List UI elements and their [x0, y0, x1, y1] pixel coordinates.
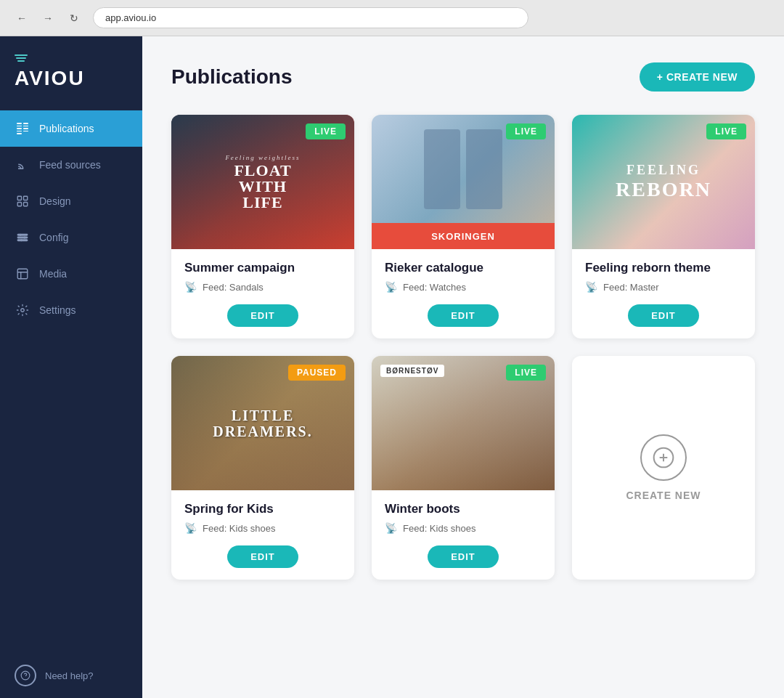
- sidebar: AVIOU Publications: [0, 36, 142, 698]
- address-bar[interactable]: app.aviou.io: [93, 7, 528, 28]
- reload-button[interactable]: ↻: [64, 8, 84, 28]
- pub-card-footer: EDIT: [171, 299, 354, 338]
- pub-card-footer: EDIT: [572, 299, 755, 338]
- pub-card-image-reborn: FEELING REBORN LIVE: [572, 115, 755, 249]
- page-title: Publications: [171, 65, 292, 89]
- pub-card-title: Winter boots: [385, 502, 542, 516]
- svg-rect-1: [17, 196, 21, 200]
- grid-icon: [15, 121, 30, 137]
- pub-card-title: Rieker catalogue: [385, 261, 542, 275]
- forward-button[interactable]: →: [38, 8, 58, 28]
- back-button[interactable]: ←: [12, 8, 32, 28]
- pub-card-title: Feeling reborn theme: [585, 261, 742, 275]
- create-new-button[interactable]: + CREATE NEW: [640, 62, 755, 92]
- sidebar-label-settings: Settings: [39, 304, 76, 316]
- sidebar-item-settings[interactable]: Settings: [0, 292, 142, 328]
- pub-card-title: Spring for Kids: [184, 502, 341, 516]
- sidebar-label-feed-sources: Feed sources: [39, 159, 101, 171]
- pub-card-image-kids: LITTLE DREAMERS. PAUSED: [171, 356, 354, 490]
- pub-card-footer: EDIT: [171, 540, 354, 580]
- pub-card-image-summer: Feeling weightless FLOAT WITH LIFE LIVE: [171, 115, 354, 249]
- pub-card-feed: 📡 Feed: Master: [585, 281, 742, 293]
- svg-point-8: [20, 234, 22, 236]
- config-icon: [15, 230, 30, 245]
- feed-label: Feed: Master: [603, 282, 659, 293]
- pub-card-body: Feeling reborn theme 📡 Feed: Master: [572, 249, 755, 299]
- app-container: AVIOU Publications: [0, 36, 784, 698]
- svg-rect-6: [17, 237, 28, 238]
- pub-card-feeling-reborn: FEELING REBORN LIVE Feeling reborn theme…: [572, 115, 755, 338]
- svg-point-9: [24, 237, 26, 239]
- svg-rect-2: [24, 196, 28, 200]
- pub-card-feed: 📡 Feed: Kids shoes: [184, 522, 341, 534]
- pub-card-image-rieker: SKORINGEN LIVE: [372, 115, 555, 249]
- sidebar-label-media: Media: [39, 268, 67, 280]
- feed-label: Feed: Sandals: [203, 282, 264, 293]
- pub-card-spring-kids: LITTLE DREAMERS. PAUSED Spring for Kids …: [171, 356, 354, 580]
- pub-card-feed: 📡 Feed: Watches: [385, 281, 542, 293]
- pub-card-body: Rieker catalogue 📡 Feed: Watches: [372, 249, 555, 299]
- feed-signal-icon: 📡: [184, 522, 197, 534]
- edit-button-winter[interactable]: EDIT: [428, 545, 499, 568]
- help-label: Need help?: [45, 670, 94, 681]
- feed-label: Feed: Kids shoes: [403, 523, 475, 534]
- pub-card-feed: 📡 Feed: Kids shoes: [385, 522, 542, 534]
- pub-card-image-winter: BØRNESTØV LIVE: [372, 356, 555, 490]
- create-new-card[interactable]: CREATE NEW: [572, 356, 755, 580]
- pub-card-feed: 📡 Feed: Sandals: [184, 281, 341, 293]
- feed-signal-icon: 📡: [585, 281, 597, 293]
- feed-icon: [15, 157, 30, 173]
- pub-card-body: Winter boots 📡 Feed: Kids shoes: [372, 490, 555, 540]
- media-icon: [15, 266, 30, 282]
- status-badge-paused: PAUSED: [288, 365, 346, 381]
- sidebar-label-publications: Publications: [39, 123, 94, 134]
- sidebar-label-config: Config: [39, 232, 68, 243]
- sidebar-item-media[interactable]: Media: [0, 256, 142, 292]
- sidebar-item-feed-sources[interactable]: Feed sources: [0, 147, 142, 183]
- feed-label: Feed: Watches: [403, 282, 466, 293]
- feed-signal-icon: 📡: [385, 522, 397, 534]
- svg-point-10: [20, 239, 23, 241]
- create-card-label: CREATE NEW: [626, 490, 701, 501]
- help-area[interactable]: Need help?: [0, 653, 142, 698]
- browser-nav-buttons: ← → ↻: [12, 8, 84, 28]
- design-icon: [15, 193, 30, 209]
- page-header: Publications + CREATE NEW: [171, 62, 755, 92]
- pub-card-summer-campaign: Feeling weightless FLOAT WITH LIFE LIVE …: [171, 115, 354, 338]
- sidebar-item-publications[interactable]: Publications: [0, 110, 142, 147]
- pub-card-body: Spring for Kids 📡 Feed: Kids shoes: [171, 490, 354, 540]
- status-badge-live: LIVE: [706, 123, 746, 139]
- edit-button-kids[interactable]: EDIT: [227, 545, 298, 568]
- help-icon: [15, 665, 36, 686]
- logo-area: AVIOU: [0, 36, 142, 105]
- bornestov-label: BØRNESTØV: [380, 365, 444, 377]
- status-badge-live: LIVE: [306, 123, 346, 139]
- sidebar-label-design: Design: [39, 195, 71, 207]
- logo-text: AVIOU: [15, 67, 85, 90]
- status-badge-live: LIVE: [506, 123, 546, 139]
- sidebar-item-config[interactable]: Config: [0, 219, 142, 256]
- svg-rect-4: [24, 203, 28, 206]
- settings-icon: [15, 302, 30, 318]
- sidebar-item-design[interactable]: Design: [0, 183, 142, 219]
- edit-button-summer[interactable]: EDIT: [227, 304, 298, 327]
- logo-signal-icon: [15, 54, 28, 62]
- status-badge-live: LIVE: [506, 365, 546, 381]
- svg-point-12: [21, 309, 25, 312]
- plus-icon: [640, 434, 687, 481]
- nav-items: Publications Feed sources: [0, 105, 142, 653]
- main-content: Publications + CREATE NEW Feeling weight…: [142, 36, 784, 698]
- edit-button-rieker[interactable]: EDIT: [428, 304, 499, 327]
- svg-rect-5: [17, 235, 28, 236]
- pub-card-rieker-catalogue: SKORINGEN LIVE Rieker catalogue 📡 Feed: …: [372, 115, 555, 338]
- svg-rect-3: [17, 203, 21, 206]
- svg-rect-11: [17, 269, 28, 279]
- pub-card-title: Summer campaign: [184, 261, 341, 275]
- publications-grid: Feeling weightless FLOAT WITH LIFE LIVE …: [171, 115, 755, 580]
- pub-card-footer: EDIT: [372, 299, 555, 338]
- pub-card-winter-boots: BØRNESTØV LIVE Winter boots 📡 Feed: Kids…: [372, 356, 555, 580]
- edit-button-reborn[interactable]: EDIT: [628, 304, 699, 327]
- svg-point-0: [18, 169, 20, 170]
- pub-card-body: Summer campaign 📡 Feed: Sandals: [171, 249, 354, 299]
- browser-chrome: ← → ↻ app.aviou.io: [0, 0, 784, 36]
